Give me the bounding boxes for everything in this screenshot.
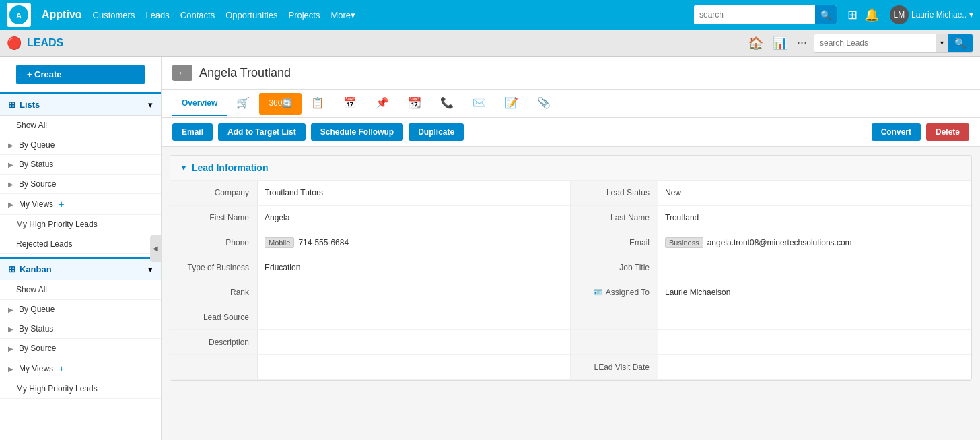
jobtitle-col: Job Title [571, 255, 971, 280]
leads-search-dropdown[interactable]: ▾ [936, 34, 948, 52]
source-value [258, 305, 570, 329]
kanban-by-source[interactable]: ▶ By Source [0, 339, 161, 358]
leads-label: LEADS [27, 37, 63, 49]
leads-search-button[interactable]: 🔍 [948, 34, 973, 52]
visit-left-value [258, 355, 570, 379]
lists-section: ⊞ Lists ▾ Show All ▶ By Queue ▶ By Statu… [0, 92, 161, 254]
grid-icon[interactable]: ⊞ [847, 7, 858, 22]
lead-info-section: ▼ Lead Information Company Troutland Tut… [170, 155, 972, 381]
row-visit-date: LEad Visit Date [170, 355, 971, 380]
back-button[interactable]: ← [172, 65, 193, 81]
lead-name: Angela Troutland [199, 66, 291, 80]
plus-icon: + [59, 199, 64, 210]
user-name: Laurie Michae.. [911, 10, 967, 20]
global-search-input[interactable] [694, 5, 815, 24]
assigned-label: 🪪 Assigned To [571, 280, 658, 305]
nav-opportunities[interactable]: Opportunities [225, 10, 277, 20]
kanban-by-status[interactable]: ▶ By Status [0, 319, 161, 339]
convert-button[interactable]: Convert [872, 123, 921, 141]
tab-overview[interactable]: Overview [172, 92, 227, 116]
kanban-show-all[interactable]: Show All [0, 280, 161, 300]
firstname-col: First Name Angela [170, 206, 571, 230]
tab-cart[interactable]: 🛒 [227, 90, 259, 117]
schedule-followup-button[interactable]: Schedule Followup [311, 123, 403, 141]
calendar-icon: 📅 [343, 96, 357, 109]
arrow-icon: ▶ [8, 142, 13, 149]
row-business-job: Type of Business Education Job Title [170, 255, 971, 280]
firstname-label: First Name [170, 206, 258, 230]
lists-rejected-leads[interactable]: Rejected Leads [0, 234, 161, 254]
tabs-bar: Overview 🛒 360🔄 📋 📅 📌 📆 📞 [162, 90, 980, 118]
create-button[interactable]: + Create [16, 65, 145, 84]
user-menu[interactable]: LM Laurie Michae.. ▾ [890, 5, 973, 24]
phone-value: Mobile 714-555-6684 [258, 230, 570, 255]
user-avatar: LM [890, 5, 909, 24]
email-col: Email Business angela.trout08@minertechs… [571, 230, 971, 255]
rank-col: Rank [170, 280, 571, 305]
company-col: Company Troutland Tutors [170, 181, 571, 205]
source-col: Lead Source [170, 305, 571, 329]
kanban-my-high-priority[interactable]: My High Priority Leads [0, 379, 161, 399]
nav-contacts[interactable]: Contacts [180, 10, 215, 20]
business-label: Type of Business [170, 255, 258, 280]
nav-projects[interactable]: Projects [288, 10, 320, 20]
sidebar-collapse-handle[interactable]: ◀ [150, 235, 161, 262]
phone-type-badge: Mobile [265, 237, 294, 248]
global-search-button[interactable]: 🔍 [815, 5, 837, 24]
section-collapse-icon[interactable]: ▼ [180, 163, 188, 172]
lists-section-header[interactable]: ⊞ Lists ▾ [0, 94, 161, 116]
email-button[interactable]: Email [172, 123, 213, 141]
firstname-value: Angela [258, 206, 570, 230]
lists-show-all[interactable]: Show All [0, 116, 161, 135]
kanban-by-status-label: By Status [19, 324, 53, 334]
email-address: angela.trout08@minertechsolutions.com [707, 238, 852, 247]
nav-customers[interactable]: Customers [93, 10, 135, 20]
tab-calendar[interactable]: 📅 [334, 90, 366, 117]
lists-my-high-priority[interactable]: My High Priority Leads [0, 215, 161, 234]
more-options-btn[interactable]: ··· [794, 33, 810, 53]
lists-by-queue[interactable]: ▶ By Queue [0, 135, 161, 155]
lists-my-views[interactable]: ▶ My Views + [0, 194, 161, 215]
assigned-value: Laurie Michaelson [658, 280, 971, 305]
report-icon: 📋 [311, 96, 324, 109]
tab-attach[interactable]: 📎 [528, 90, 560, 117]
duplicate-button[interactable]: Duplicate [409, 123, 464, 141]
tab-report[interactable]: 📋 [302, 90, 334, 117]
delete-button[interactable]: Delete [926, 123, 969, 141]
tab-email[interactable]: ✉️ [463, 90, 495, 117]
chart-view-btn[interactable]: 📊 [770, 33, 790, 53]
arrow-icon: ▶ [8, 345, 13, 352]
tab-note[interactable]: 📝 [495, 90, 528, 117]
secondary-nav: 🔴 LEADS 🏠 📊 ··· ▾ 🔍 [0, 30, 980, 57]
nav-leads[interactable]: Leads [145, 10, 169, 20]
lists-by-source[interactable]: ▶ By Source [0, 175, 161, 194]
kanban-by-queue[interactable]: ▶ By Queue [0, 300, 161, 319]
app-logo: A [7, 3, 31, 27]
lists-my-views-label: My Views [19, 199, 53, 209]
row-source: Lead Source [170, 305, 971, 330]
home-view-btn[interactable]: 🏠 [746, 33, 766, 53]
pin-icon: 📌 [376, 96, 389, 109]
user-dropdown-icon: ▾ [969, 10, 973, 20]
tab-360[interactable]: 360🔄 [259, 93, 302, 115]
tab-schedule[interactable]: 📆 [398, 90, 431, 117]
tab-phone[interactable]: 📞 [431, 90, 463, 117]
leads-search-input[interactable] [814, 34, 936, 52]
kanban-my-views-label: My Views [19, 364, 53, 373]
kanban-my-views[interactable]: ▶ My Views + [0, 358, 161, 379]
empty-label [571, 305, 658, 329]
nav-more[interactable]: More▾ [330, 10, 355, 20]
bell-icon[interactable]: 🔔 [864, 7, 879, 22]
form-container: Company Troutland Tutors Lead Status New… [170, 181, 971, 380]
email-type-badge: Business [665, 237, 703, 248]
tab-pin[interactable]: 📌 [366, 90, 398, 117]
kanban-section-header[interactable]: ⊞ Kanban ▾ [0, 259, 161, 280]
grid-icon-lists: ⊞ [8, 100, 15, 110]
phone-col: Phone Mobile 714-555-6684 [170, 230, 571, 255]
kanban-section: ⊞ Kanban ▾ Show All ▶ By Queue ▶ By Stat… [0, 257, 161, 399]
lists-by-status[interactable]: ▶ By Status [0, 155, 161, 175]
kanban-icon: ⊞ [8, 264, 15, 274]
add-to-target-button[interactable]: Add to Target List [218, 123, 306, 141]
kanban-by-queue-label: By Queue [19, 305, 55, 314]
arrow-icon: ▶ [8, 325, 13, 333]
